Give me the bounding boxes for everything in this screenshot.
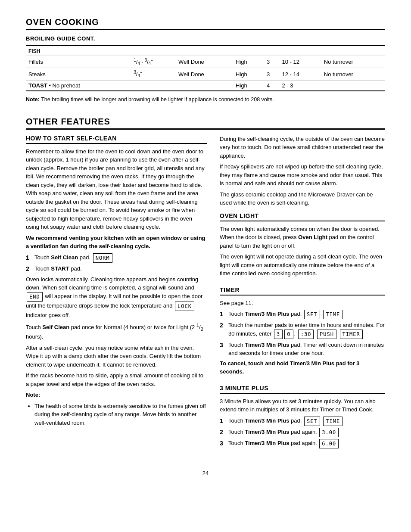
timer-cancel-note: To cancel, touch and hold Timer/3 Min Pl… <box>220 359 385 376</box>
notes-steaks: No turnover <box>321 68 385 80</box>
three-min-para1: 3 Minute Plus allows you to set 3 minute… <box>220 397 385 414</box>
oven-light-heading: Oven Light <box>220 212 385 221</box>
item-steaks: Steaks <box>26 68 131 80</box>
page-number: 24 <box>26 470 385 476</box>
time-fillets: 10 - 12 <box>280 56 321 68</box>
notes-fillets: No turnover <box>321 56 385 68</box>
three-min-step3: 3 Touch Timer/3 Min Plus pad again. 6.00 <box>220 439 385 448</box>
right-para1: During the self-cleaning cycle, the outs… <box>220 135 385 160</box>
time-display: TIME <box>323 310 342 319</box>
rack-toast: 4 <box>264 80 280 91</box>
norm-display: NORM <box>93 253 112 263</box>
position-toast: High <box>233 80 264 91</box>
two-column-layout: How to Start Self-Clean Remember to allo… <box>26 135 385 457</box>
right-column: During the self-cleaning cycle, the outs… <box>220 135 385 457</box>
self-clean-para4: After a self-clean cycle, you may notice… <box>26 344 207 369</box>
table-row: Fillets 1/4 - 3/4" Well Done High 3 10 -… <box>26 56 385 68</box>
end-display: END <box>27 292 43 302</box>
rack-fillets: 3 <box>264 56 280 68</box>
self-clean-step1: 1 Touch Self Clean pad. NORM <box>26 253 207 263</box>
doneness-fillets: Well Done <box>176 56 233 68</box>
set-display: SET <box>304 310 320 319</box>
broiling-subtitle: Broiling Guide Cont. <box>26 35 385 42</box>
oven-light-para2: The oven light will not operate during a… <box>220 252 385 278</box>
broiling-note: Note: The broiling times will be longer … <box>26 96 385 104</box>
table-row: Steaks 3/4" Well Done High 3 12 - 14 No … <box>26 68 385 80</box>
three00-display: 3.00 <box>319 428 339 437</box>
push-display: PUSH <box>317 330 336 339</box>
time-toast: 2 - 3 <box>280 80 321 91</box>
broiling-table: Fish Fillets 1/4 - 3/4" Well Done High 3… <box>26 45 385 91</box>
ventilation-note: We recommend venting your kitchen with a… <box>26 234 207 251</box>
num0-display: 0 <box>284 330 293 339</box>
three-min-section: 3 Minute Plus 3 Minute Plus allows you t… <box>220 385 385 448</box>
list-item: The health of some birds is extremely se… <box>34 402 207 427</box>
six00-display: 6.00 <box>319 439 339 448</box>
position-fillets: High <box>233 56 264 68</box>
timer-display: TIMER <box>340 330 363 339</box>
self-clean-heading: How to Start Self-Clean <box>26 135 207 144</box>
self-clean-section: How to Start Self-Clean Remember to allo… <box>26 135 207 427</box>
timer-see-page: See page 11. <box>220 299 385 308</box>
colon30-display: :30 <box>298 330 314 339</box>
lock-display: LOCK <box>175 302 194 311</box>
oven-light-section: Oven Light The oven light automatically … <box>220 212 385 278</box>
fish-header-label: Fish <box>26 46 131 56</box>
time-display2: TIME <box>323 417 342 426</box>
other-features-title: Other Features <box>26 117 385 130</box>
note-label: Note: <box>26 391 207 399</box>
doneness-steaks: Well Done <box>176 68 233 80</box>
oven-light-para1: The oven light automatically comes on wh… <box>220 225 385 250</box>
self-clean-para3: Touch Self Clean pad once for Normal (4 … <box>26 322 207 341</box>
self-clean-para1: Remember to allow time for the oven to c… <box>26 147 207 231</box>
table-row: TOAST • No preheat High 4 2 - 3 <box>26 80 385 91</box>
left-column: How to Start Self-Clean Remember to allo… <box>26 135 207 457</box>
self-clean-para2: Oven locks automatically. Cleaning time … <box>26 275 207 320</box>
set-display2: SET <box>304 417 320 426</box>
three-min-step1: 1 Touch Timer/3 Min Plus pad. SET TIME <box>220 417 385 426</box>
position-steaks: High <box>233 68 264 80</box>
self-clean-step2: 2 Touch START pad. <box>26 264 207 274</box>
time-steaks: 12 - 14 <box>280 68 321 80</box>
timer-step3: 3 Touch Timer/3 Min Plus pad. Timer will… <box>220 341 385 358</box>
timer-heading: Timer <box>220 286 385 296</box>
item-toast: TOAST • No preheat <box>26 80 131 91</box>
item-fillets: Fillets <box>26 56 131 68</box>
thickness-fillets: 1/4 - 3/4" <box>131 56 176 68</box>
self-clean-para5: If the racks become hard to slide, apply… <box>26 371 207 388</box>
other-features-section: Other Features How to Start Self-Clean R… <box>26 117 385 457</box>
thickness-steaks: 3/4" <box>131 68 176 80</box>
oven-cooking-section: Oven Cooking Broiling Guide Cont. Fish F… <box>26 17 385 104</box>
right-para3: The glass ceramic cooktop and the Microw… <box>220 190 385 207</box>
rack-steaks: 3 <box>264 68 280 80</box>
oven-cooking-title: Oven Cooking <box>26 17 385 30</box>
timer-step2: 2 Touch the number pads to enter time in… <box>220 321 385 339</box>
three-min-heading: 3 Minute Plus <box>220 385 385 394</box>
three-min-step2: 2 Touch Timer/3 Min Plus pad again. 3.00 <box>220 428 385 437</box>
note-list: The health of some birds is extremely se… <box>34 402 207 427</box>
timer-step1: 1 Touch Timer/3 Min Plus pad. SET TIME <box>220 310 385 319</box>
timer-section: Timer See page 11. 1 Touch Timer/3 Min P… <box>220 286 385 376</box>
right-para2: If heavy spillovers are not wiped up bef… <box>220 162 385 188</box>
num3-display: 3 <box>274 330 283 339</box>
